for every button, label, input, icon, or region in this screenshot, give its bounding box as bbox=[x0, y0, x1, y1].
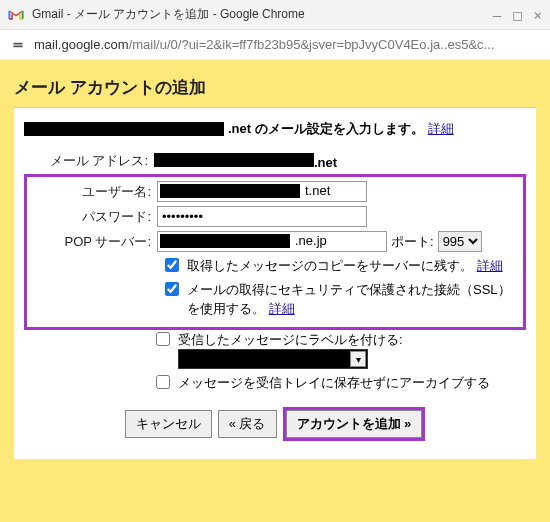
ssl-label: メールの取得にセキュリティで保護された接続（SSL）を使用する。 bbox=[187, 282, 511, 317]
url-text[interactable]: mail.google.com/mail/u/0/?ui=2&ik=ff7fb2… bbox=[34, 37, 540, 52]
highlighted-form-section: ユーザー名: t.net パスワード: POP サーバー: bbox=[24, 174, 526, 330]
row-password: パスワード: bbox=[33, 206, 517, 227]
window-titlebar: Gmail - メール アカウントを追加 - Google Chrome — □… bbox=[0, 0, 550, 30]
url-host: mail.google.com bbox=[34, 37, 129, 52]
row-username: ユーザー名: t.net bbox=[33, 181, 517, 202]
window-controls: — □ × bbox=[493, 8, 542, 22]
page-heading: メール アカウントの追加 bbox=[14, 76, 536, 99]
window-title: Gmail - メール アカウントを追加 - Google Chrome bbox=[32, 6, 493, 23]
add-button-highlight: アカウントを追加 » bbox=[283, 407, 426, 441]
archive-label: メッセージを受信トレイに保存せずにアーカイブする bbox=[178, 375, 490, 390]
row-ssl: メールの取得にセキュリティで保護された接続（SSL）を使用する。 詳細 bbox=[33, 280, 517, 319]
apply-label-checkbox[interactable] bbox=[156, 332, 170, 346]
cancel-button[interactable]: キャンセル bbox=[125, 410, 212, 438]
site-settings-icon[interactable] bbox=[10, 37, 26, 53]
maximize-button[interactable]: □ bbox=[513, 8, 521, 22]
address-bar: mail.google.com/mail/u/0/?ui=2&ik=ff7fb2… bbox=[0, 30, 550, 60]
minimize-button[interactable]: — bbox=[493, 8, 501, 22]
back-button[interactable]: « 戻る bbox=[218, 410, 277, 438]
row-leave-copy: 取得したメッセージのコピーをサーバーに残す。 詳細 bbox=[33, 256, 517, 276]
password-input[interactable] bbox=[157, 206, 367, 227]
svg-rect-1 bbox=[13, 45, 22, 47]
ssl-checkbox[interactable] bbox=[165, 282, 179, 296]
url-path: /mail/u/0/?ui=2&ik=ff7fb23b95&jsver=bpJv… bbox=[129, 37, 495, 52]
add-account-button[interactable]: アカウントを追加 » bbox=[286, 410, 423, 438]
gmail-logo-icon bbox=[8, 7, 24, 23]
value-email: .net bbox=[154, 153, 337, 170]
row-apply-label: 受信したメッセージにラベルを付ける: ▾ bbox=[24, 330, 526, 370]
label-select[interactable] bbox=[178, 349, 368, 369]
pop-suffix: .ne.jp bbox=[295, 233, 327, 248]
row-pop-server: POP サーバー: .ne.jp ポート: 995 bbox=[33, 231, 517, 252]
ssl-link[interactable]: 詳細 bbox=[269, 301, 295, 316]
port-select[interactable]: 995 bbox=[438, 231, 482, 252]
intro-text: .net のメール設定を入力します。 bbox=[228, 120, 424, 138]
label-username: ユーザー名: bbox=[33, 183, 157, 201]
leave-copy-link[interactable]: 詳細 bbox=[477, 258, 503, 273]
apply-label-text: 受信したメッセージにラベルを付ける: bbox=[178, 332, 403, 347]
row-email: メール アドレス: .net bbox=[24, 152, 526, 170]
leave-copy-label: 取得したメッセージのコピーをサーバーに残す。 bbox=[187, 258, 473, 273]
leave-copy-checkbox[interactable] bbox=[165, 258, 179, 272]
label-pop: POP サーバー: bbox=[33, 233, 157, 251]
intro-details-link[interactable]: 詳細 bbox=[428, 120, 454, 138]
label-password: パスワード: bbox=[33, 208, 157, 226]
archive-checkbox[interactable] bbox=[156, 375, 170, 389]
redacted-username bbox=[160, 184, 300, 198]
intro-line: .net のメール設定を入力します。 詳細 bbox=[24, 120, 526, 138]
redacted-pop bbox=[160, 234, 290, 248]
svg-rect-0 bbox=[13, 42, 22, 44]
button-row: キャンセル « 戻る アカウントを追加 » bbox=[24, 407, 526, 441]
redacted-email-value bbox=[154, 153, 314, 167]
username-suffix: t.net bbox=[305, 183, 330, 198]
redacted-email bbox=[24, 122, 224, 136]
label-email: メール アドレス: bbox=[24, 152, 154, 170]
close-button[interactable]: × bbox=[534, 8, 542, 22]
row-archive: メッセージを受信トレイに保存せずにアーカイブする bbox=[24, 373, 526, 393]
label-port: ポート: bbox=[391, 233, 434, 251]
